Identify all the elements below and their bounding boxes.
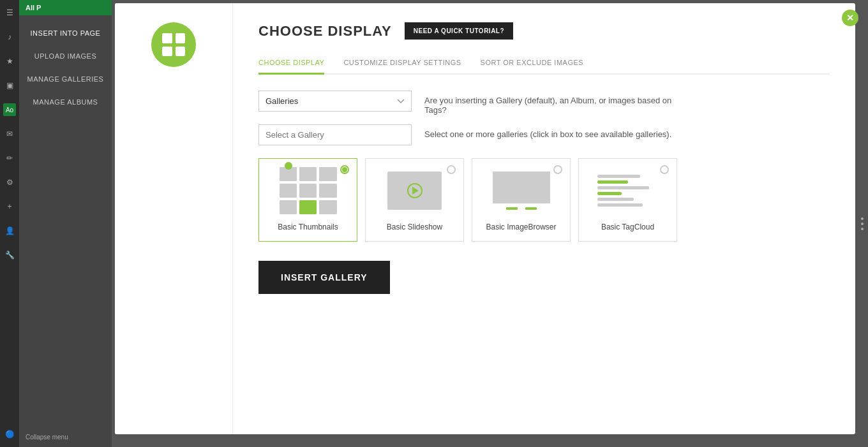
sidebar-icon-person[interactable]: 👤 (3, 224, 16, 237)
dot-1 (861, 217, 864, 220)
three-dots-menu[interactable] (857, 0, 868, 447)
sidebar-item-manage-albums[interactable]: MANAGE ALBUMS (19, 91, 112, 114)
radio-basic-imagebrowser (553, 165, 562, 174)
tab-choose-display[interactable]: CHOOSE DISPLAY (258, 52, 324, 75)
modal: CHOOSE DISPLAY NEED A QUICK TUTORIAL? CH… (115, 3, 855, 434)
tab-customize-settings[interactable]: CUSTOMIZE DISPLAY SETTINGS (343, 52, 461, 75)
thumbnails-preview (276, 168, 340, 213)
option-basic-tagcloud[interactable]: Basic TagCloud (578, 158, 677, 242)
gallery-select-input[interactable] (258, 124, 412, 145)
main-sidebar: All P INSERT INTO PAGE UPLOAD IMAGES MAN… (19, 0, 112, 447)
sidebar-icon-edit[interactable]: ✏ (3, 152, 16, 165)
display-options: Basic Thumbnails Basic Slideshow (258, 158, 830, 242)
sidebar-menu: INSERT INTO PAGE UPLOAD IMAGES MANAGE GA… (19, 15, 112, 427)
modal-tabs: CHOOSE DISPLAY CUSTOMIZE DISPLAY SETTING… (258, 52, 830, 75)
sidebar-icon-tools[interactable]: 🔧 (3, 249, 16, 261)
dot-3 (861, 228, 864, 230)
dot-2 (861, 223, 864, 225)
option-basic-imagebrowser[interactable]: Basic ImageBrowser (472, 158, 571, 242)
gallery-type-select[interactable]: Galleries Albums Tags (258, 91, 412, 112)
sidebar-icon-music[interactable]: ♪ (3, 31, 16, 43)
option-label-slideshow: Basic Slideshow (387, 223, 442, 231)
radio-basic-slideshow (447, 165, 456, 174)
gallery-picker-row: Select one or more galleries (click in b… (258, 124, 830, 145)
sidebar-item-upload[interactable]: UPLOAD IMAGES (19, 45, 112, 68)
option-basic-thumbnails[interactable]: Basic Thumbnails (258, 158, 357, 242)
modal-header: CHOOSE DISPLAY NEED A QUICK TUTORIAL? (258, 22, 830, 40)
gallery-type-help: Are you inserting a Gallery (default), a… (424, 91, 680, 115)
sidebar-icon-plus[interactable]: + (3, 200, 16, 213)
sidebar-icon-menu[interactable]: ☰ (3, 6, 16, 19)
play-icon (407, 183, 423, 198)
modal-content: CHOOSE DISPLAY NEED A QUICK TUTORIAL? CH… (233, 3, 855, 434)
imagebrowser-preview (490, 168, 553, 213)
app-logo (151, 22, 196, 67)
sidebar-icon-grid[interactable]: ▣ (3, 79, 16, 92)
option-basic-slideshow[interactable]: Basic Slideshow (365, 158, 464, 242)
insert-gallery-button[interactable]: INSERT GALLERY (258, 261, 390, 294)
radio-basic-thumbnails (340, 165, 349, 174)
tagcloud-preview (596, 168, 660, 213)
sidebar-icon-settings[interactable]: ⚙ (3, 176, 16, 189)
option-label-thumbnails: Basic Thumbnails (278, 223, 338, 231)
tab-sort-exclude[interactable]: SORT OR EXCLUDE IMAGES (481, 52, 584, 75)
modal-area: CHOOSE DISPLAY NEED A QUICK TUTORIAL? CH… (112, 0, 868, 447)
tutorial-button[interactable]: NEED A QUICK TUTORIAL? (405, 22, 513, 40)
collapse-menu[interactable]: Collapse menu (19, 427, 112, 447)
sidebar-icon-mail[interactable]: ✉ (3, 128, 16, 140)
sidebar-item-insert[interactable]: INSERT INTO PAGE (19, 22, 112, 45)
radio-basic-tagcloud (660, 165, 669, 174)
option-label-imagebrowser: Basic ImageBrowser (486, 223, 556, 231)
option-label-tagcloud: Basic TagCloud (601, 223, 654, 231)
sidebar-icon-add[interactable]: 🔵 (3, 428, 16, 441)
gallery-type-row: Galleries Albums Tags Are you inserting … (258, 91, 830, 115)
sidebar-header: All P (19, 0, 112, 15)
slideshow-preview (383, 168, 447, 213)
sidebar-icon-active[interactable]: Ao (3, 103, 16, 116)
sidebar-item-manage-galleries[interactable]: MANAGE GALLERIES (19, 68, 112, 91)
modal-close-button[interactable]: ✕ (842, 10, 858, 26)
sidebar-icon-star[interactable]: ★ (3, 55, 16, 68)
modal-nav (115, 3, 233, 434)
modal-title: CHOOSE DISPLAY (258, 23, 392, 40)
gallery-picker-help: Select one or more galleries (click in b… (424, 124, 671, 139)
icon-sidebar: ☰ ♪ ★ ▣ Ao ✉ ✏ ⚙ + 👤 🔧 🔵 (0, 0, 19, 447)
